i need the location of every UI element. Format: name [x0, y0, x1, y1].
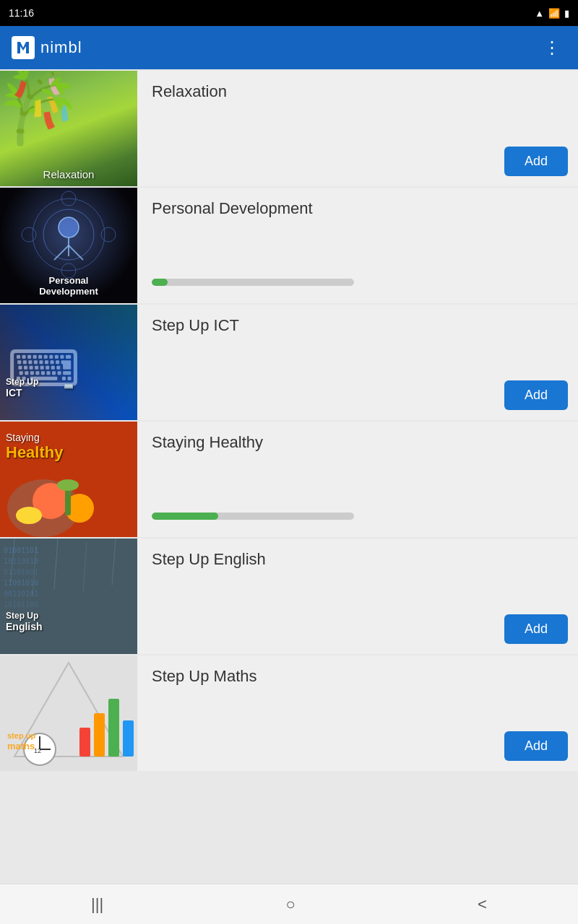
relaxation-thumbnail: Relaxation — [0, 71, 137, 186]
svg-point-16 — [57, 479, 79, 491]
svg-text:12: 12 — [34, 747, 41, 754]
step-up-maths-title: Step Up Maths — [152, 667, 566, 686]
svg-text:01101001: 01101001 — [4, 568, 38, 576]
svg-point-7 — [101, 227, 116, 242]
step-up-english-title: Step Up English — [152, 550, 566, 569]
svg-text:01001101: 01001101 — [4, 546, 38, 554]
personal-development-content: Personal Development — [137, 188, 578, 303]
list-item: PersonalDevelopment Personal Development — [0, 188, 578, 303]
personal-development-progress — [152, 279, 354, 286]
battery-icon: ▮ — [564, 8, 569, 19]
list-item: Staying Healthy Staying Healthy — [0, 422, 578, 537]
healthy-thumb-label: Staying Healthy — [6, 432, 63, 462]
svg-rect-37 — [108, 699, 119, 757]
relaxation-add-button[interactable]: Add — [504, 147, 568, 176]
status-bar: 11:16 ▲ 📶 ▮ — [0, 0, 578, 26]
staying-healthy-progress — [152, 513, 354, 520]
step-up-ict-add-button[interactable]: Add — [504, 380, 568, 410]
nav-home-button[interactable]: ○ — [271, 888, 309, 921]
brand: nimbl — [12, 36, 82, 59]
signal-icon: ▲ — [535, 8, 544, 19]
staying-healthy-progress-fill — [152, 513, 218, 520]
list-item: Relaxation Relaxation Add — [0, 71, 578, 186]
personal-development-thumbnail: PersonalDevelopment — [0, 188, 137, 303]
svg-rect-35 — [79, 728, 90, 757]
bottom-navigation: ||| ○ < — [0, 884, 578, 924]
ict-overlay — [0, 305, 137, 420]
ict-thumb-label: ⌨️ — [0, 382, 137, 391]
status-time: 11:16 — [9, 7, 34, 19]
personal-development-progress-fill — [152, 279, 168, 286]
step-up-ict-thumbnail: Step UpICT ⌨️ — [0, 305, 137, 420]
app-bar: nimbl ⋮ — [0, 26, 578, 69]
staying-healthy-title: Staying Healthy — [152, 433, 566, 452]
staying-healthy-thumbnail: Staying Healthy — [0, 422, 137, 537]
svg-line-5 — [69, 245, 83, 260]
personal-development-title: Personal Development — [152, 199, 566, 218]
step-up-maths-add-button[interactable]: Add — [504, 731, 568, 761]
relaxation-thumb-label: Relaxation — [0, 168, 137, 180]
english-thumb-top-label: Step UpEnglish — [6, 611, 43, 632]
status-icons: ▲ 📶 ▮ — [535, 8, 569, 19]
svg-rect-36 — [94, 713, 105, 757]
relaxation-title: Relaxation — [152, 82, 566, 101]
nav-menu-button[interactable]: ||| — [77, 888, 118, 921]
step-up-english-add-button[interactable]: Add — [504, 614, 568, 644]
svg-text:maths: maths — [7, 741, 35, 751]
wifi-icon: 📶 — [548, 8, 560, 19]
svg-text:10110010: 10110010 — [4, 557, 38, 565]
nav-back-button[interactable]: < — [463, 888, 501, 921]
step-up-ict-title: Step Up ICT — [152, 316, 566, 335]
svg-point-14 — [16, 507, 42, 524]
list-item: 12 step up maths Step Up Maths Add — [0, 655, 578, 771]
list-item: 01001101 10110010 01101001 11001010 0011… — [0, 539, 578, 654]
svg-point-2 — [59, 217, 79, 237]
svg-line-4 — [54, 245, 69, 260]
staying-healthy-content: Staying Healthy — [137, 422, 578, 537]
svg-rect-38 — [123, 720, 134, 757]
brand-name: nimbl — [40, 38, 82, 57]
course-list: Relaxation Relaxation Add PersonalDevelo… — [0, 69, 578, 884]
brand-icon — [12, 36, 35, 59]
svg-text:10101100: 10101100 — [4, 601, 38, 609]
list-item: Step UpICT ⌨️ Step Up ICT Add — [0, 305, 578, 420]
svg-text:step up: step up — [7, 731, 35, 740]
step-up-maths-thumbnail: 12 step up maths — [0, 655, 137, 771]
svg-point-6 — [22, 227, 36, 242]
personal-development-thumb-label: PersonalDevelopment — [0, 275, 137, 297]
overflow-menu-button[interactable]: ⋮ — [538, 32, 566, 64]
step-up-english-thumbnail: 01001101 10110010 01101001 11001010 0011… — [0, 539, 137, 654]
